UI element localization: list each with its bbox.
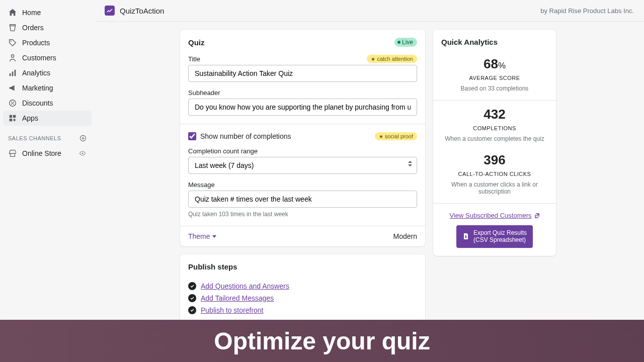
sidebar-item-analytics[interactable]: Analytics (3, 65, 92, 80)
publish-step: Add Questions and Answers (180, 280, 425, 292)
step-link-questions[interactable]: Add Questions and Answers (201, 282, 289, 290)
sidebar-item-online-store[interactable]: Online Store (3, 146, 92, 161)
svg-point-0 (11, 41, 12, 42)
main-area: QuizToAction by Rapid Rise Product Labs … (95, 0, 644, 362)
home-icon (8, 8, 17, 17)
external-link-icon (534, 213, 540, 219)
svg-rect-10 (10, 119, 12, 121)
app-logo-icon (105, 6, 115, 16)
sidebar-item-label: Customers (22, 54, 56, 62)
show-completions-checkbox[interactable] (188, 132, 196, 140)
quiz-card: Quiz Live Title catch attention (180, 30, 425, 246)
sidebar-item-apps[interactable]: Apps (3, 111, 92, 126)
completion-range-label: Completion count range (188, 147, 258, 155)
svg-point-14 (82, 152, 83, 154)
promo-banner: Optimize your quiz (0, 320, 644, 362)
subheader-label: Subheader (188, 89, 220, 97)
message-help-text: Quiz taken 103 times in the last week (188, 211, 417, 218)
cta-sub: When a customer clicks a link or subscri… (441, 181, 548, 195)
svg-rect-3 (12, 71, 14, 76)
app-name: QuizToAction (120, 7, 164, 15)
hint-badge: catch attention (367, 55, 417, 63)
check-icon (188, 282, 196, 290)
svg-rect-12 (13, 120, 16, 121)
completion-range-select[interactable] (188, 157, 417, 174)
view-subscribed-link[interactable]: View Subscribed Customers (449, 212, 539, 219)
sidebar-item-label: Orders (22, 24, 44, 32)
svg-rect-9 (13, 115, 16, 118)
sidebar-item-products[interactable]: Products (3, 35, 92, 50)
theme-value: Modern (393, 232, 417, 240)
quiz-subheader-input[interactable] (188, 99, 417, 116)
hint-badge: social proof (375, 132, 417, 140)
check-icon (188, 294, 196, 302)
svg-point-7 (13, 104, 14, 105)
discount-icon (8, 99, 17, 108)
status-badge: Live (394, 38, 417, 47)
quiz-section-title: Quiz (188, 38, 205, 47)
svg-rect-4 (15, 70, 16, 76)
export-button[interactable]: Export Quiz Results(CSV Spreadsheet) (456, 225, 533, 248)
tag-icon (8, 38, 17, 47)
svg-rect-2 (10, 73, 11, 76)
sidebar-item-discounts[interactable]: Discounts (3, 96, 92, 111)
completions-value: 432 (441, 107, 548, 122)
topbar: QuizToAction by Rapid Rise Product Labs … (95, 0, 644, 22)
publish-card: Publish steps Add Questions and Answers … (180, 254, 425, 326)
title-label: Title (188, 55, 200, 63)
sidebar-item-label: Discounts (22, 99, 53, 107)
sidebar-item-home[interactable]: Home (3, 5, 92, 20)
file-icon (462, 233, 469, 240)
svg-rect-8 (10, 115, 12, 118)
store-icon (8, 149, 17, 158)
quiz-title-input[interactable] (188, 65, 417, 82)
completions-label: COMPLETIONS (441, 125, 548, 131)
theme-dropdown[interactable]: Theme (188, 232, 216, 240)
analytics-card: Quick Analytics 68% AVERAGE SCORE Based … (433, 30, 556, 256)
message-input[interactable] (188, 191, 417, 208)
sidebar: Home Orders Products Customers Analytics… (0, 0, 95, 362)
sidebar-item-label: Home (22, 9, 41, 17)
sidebar-item-label: Apps (22, 114, 38, 122)
step-link-messages[interactable]: Add Tailored Messages (201, 294, 274, 302)
sidebar-item-orders[interactable]: Orders (3, 20, 92, 35)
svg-point-1 (11, 55, 14, 57)
add-channel-icon[interactable] (79, 135, 87, 142)
megaphone-icon (8, 83, 17, 93)
publish-title: Publish steps (180, 254, 425, 280)
svg-point-6 (11, 102, 12, 103)
sidebar-item-label: Marketing (22, 84, 53, 92)
publish-step: Publish to storefront (180, 304, 425, 316)
sidebar-item-marketing[interactable]: Marketing (3, 80, 92, 96)
app-author: by Rapid Rise Product Labs Inc. (540, 7, 634, 15)
sidebar-item-label: Analytics (22, 69, 50, 77)
apps-icon (8, 114, 17, 123)
completions-sub: When a customer completes the quiz (441, 135, 548, 142)
chevron-down-icon (212, 235, 216, 238)
avg-score-sub: Based on 33 completions (441, 85, 548, 92)
sidebar-item-customers[interactable]: Customers (3, 50, 92, 65)
message-label: Message (188, 181, 215, 189)
check-icon (188, 306, 196, 314)
sidebar-item-label: Products (22, 39, 50, 47)
preview-icon[interactable] (78, 149, 87, 157)
publish-step: Add Tailored Messages (180, 292, 425, 304)
avg-score-label: AVERAGE SCORE (441, 75, 548, 81)
cta-value: 396 (441, 152, 548, 168)
cta-label: CALL-TO-ACTION CLICKS (441, 171, 548, 177)
person-icon (8, 53, 17, 62)
analytics-icon (8, 68, 17, 77)
orders-icon (8, 23, 17, 32)
step-link-publish[interactable]: Publish to storefront (201, 306, 264, 314)
avg-score-value: 68 (484, 56, 498, 71)
sales-channels-header: SALES CHANNELS (3, 135, 92, 142)
analytics-title: Quick Analytics (433, 30, 556, 50)
